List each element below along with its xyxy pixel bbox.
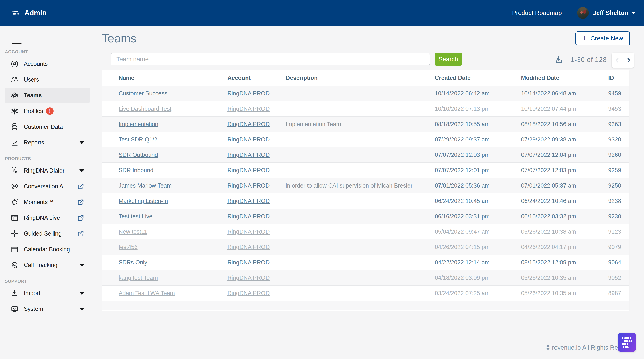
- sidebar-item[interactable]: RingDNA Dialer: [5, 163, 90, 178]
- sidebar: ACCOUNT Accounts Users Teams Profiles ! …: [0, 26, 90, 359]
- created-date: 06/16/2022 03:31 pm: [435, 213, 521, 220]
- search-button[interactable]: Search: [434, 53, 462, 66]
- chat-widget-button[interactable]: [618, 333, 636, 352]
- search-input[interactable]: [111, 53, 430, 66]
- team-name-link[interactable]: Live Dashboard Test: [118, 106, 172, 112]
- account-link[interactable]: RingDNA PROD: [228, 136, 270, 143]
- table-row: SDR Outbound RingDNA PROD 07/07/2022 12:…: [102, 147, 629, 162]
- team-name-link[interactable]: Marketing Listen-In: [118, 198, 168, 204]
- account-link[interactable]: RingDNA PROD: [228, 213, 270, 220]
- calendar-icon: [10, 245, 19, 254]
- sidebar-item[interactable]: Import: [5, 285, 90, 301]
- team-id: 9230: [608, 213, 629, 220]
- team-name-link[interactable]: Test SDR Q1/2: [118, 136, 157, 143]
- modified-date: 04/26/2022 04:17 pm: [521, 244, 608, 250]
- sidebar-item-label: Accounts: [24, 60, 48, 67]
- external-link-icon: [77, 230, 84, 237]
- column-header-id: ID: [608, 74, 629, 81]
- table-row: Marketing Listen-In RingDNA PROD 06/24/2…: [102, 193, 629, 208]
- import-icon: [10, 289, 19, 298]
- modified-date: 10/10/2022 07:44 pm: [521, 106, 608, 112]
- app-logo[interactable]: Admin: [12, 9, 47, 17]
- chevron-down-icon[interactable]: [631, 12, 636, 14]
- sidebar-item[interactable]: Reports: [5, 135, 90, 150]
- chevron-down-icon: [80, 170, 84, 172]
- next-page-button[interactable]: [623, 53, 634, 68]
- sidebar-item[interactable]: RingDNA Live: [5, 210, 90, 226]
- account-link[interactable]: RingDNA PROD: [228, 106, 270, 112]
- table-row: test456 RingDNA PROD 04/26/2022 04:15 pm…: [102, 239, 629, 255]
- sidebar-item[interactable]: Profiles !: [5, 103, 90, 119]
- sidebar-item[interactable]: Conversation AI: [5, 178, 90, 194]
- account-link[interactable]: RingDNA PROD: [228, 244, 270, 250]
- team-name-link[interactable]: test456: [118, 244, 138, 250]
- sidebar-item[interactable]: Teams: [5, 88, 90, 103]
- user-menu[interactable]: Jeff Shelton: [593, 9, 628, 16]
- table-row: New test11 RingDNA PROD 05/04/2022 09:47…: [102, 224, 629, 239]
- column-header-account: Account: [228, 74, 286, 81]
- account-link[interactable]: RingDNA PROD: [228, 274, 270, 281]
- product-roadmap-link[interactable]: Product Roadmap: [512, 9, 562, 16]
- sidebar-item[interactable]: Accounts: [5, 56, 90, 72]
- account-link[interactable]: RingDNA PROD: [228, 290, 270, 296]
- created-date: 07/01/2022 05:36 am: [435, 182, 521, 189]
- table-row: SDRs Only RingDNA PROD 04/22/2022 12:14 …: [102, 255, 629, 270]
- team-name-link[interactable]: SDR Inbound: [118, 167, 154, 174]
- sidebar-item-label: RingDNA Live: [24, 214, 60, 221]
- system-icon: [10, 305, 19, 313]
- call-tracking-icon: [10, 261, 19, 270]
- modified-date: 07/07/2022 12:03 pm: [521, 167, 608, 174]
- account-link[interactable]: RingDNA PROD: [228, 90, 270, 97]
- top-bar: Admin Product Roadmap Jeff Shelton: [0, 0, 644, 26]
- account-link[interactable]: RingDNA PROD: [228, 228, 270, 235]
- created-date: 04/26/2022 04:15 pm: [435, 244, 521, 250]
- created-date: 04/22/2022 12:14 am: [435, 259, 521, 266]
- table-row: Test test Live RingDNA PROD 06/16/2022 0…: [102, 208, 629, 224]
- sidebar-item[interactable]: System: [5, 301, 90, 317]
- create-new-button[interactable]: + Create New: [576, 32, 630, 45]
- sidebar-item-label: Profiles: [24, 108, 43, 114]
- prev-page-button[interactable]: [612, 53, 623, 68]
- column-header-modified: Modified Date: [521, 74, 608, 81]
- created-date: 03/24/2022 07:25 am: [435, 290, 521, 296]
- sidebar-item-label: Conversation AI: [24, 183, 65, 190]
- team-id: 9123: [608, 228, 629, 235]
- download-icon[interactable]: [554, 56, 563, 64]
- sidebar-item[interactable]: Customer Data: [5, 119, 90, 135]
- team-description: Implementation Team: [286, 121, 435, 128]
- team-name-link[interactable]: Test test Live: [118, 213, 152, 220]
- sidebar-item-label: Moments™: [24, 199, 54, 206]
- team-name-link[interactable]: SDRs Only: [118, 259, 147, 266]
- account-link[interactable]: RingDNA PROD: [228, 259, 270, 266]
- menu-toggle-icon[interactable]: [12, 36, 22, 44]
- sidebar-item[interactable]: Call Tracking: [5, 257, 90, 273]
- account-link[interactable]: RingDNA PROD: [228, 121, 270, 128]
- account-link[interactable]: RingDNA PROD: [228, 167, 270, 174]
- sidebar-item[interactable]: Calendar Booking: [5, 242, 90, 257]
- avatar[interactable]: [577, 7, 589, 19]
- modified-date: 07/07/2022 12:04 pm: [521, 152, 608, 158]
- created-date: 10/14/2022 06:42 am: [435, 90, 521, 97]
- sidebar-item[interactable]: Moments™: [5, 194, 90, 210]
- team-id: 9052: [608, 274, 629, 281]
- account-link[interactable]: RingDNA PROD: [228, 198, 270, 204]
- account-link[interactable]: RingDNA PROD: [228, 182, 270, 189]
- sidebar-item-label: Teams: [24, 92, 42, 99]
- chevron-down-icon: [80, 264, 84, 267]
- team-name-link[interactable]: SDR Outbound: [118, 152, 158, 158]
- sidebar-item[interactable]: Users: [5, 72, 90, 88]
- team-name-link[interactable]: Adam Test LWA Team: [118, 290, 175, 296]
- modified-date: 08/18/2022 10:56 am: [521, 121, 608, 128]
- revenue-logo-icon: [12, 10, 22, 16]
- plus-icon: +: [582, 34, 587, 42]
- team-name-link[interactable]: kang test Team: [118, 274, 158, 281]
- team-name-link[interactable]: Implementation: [118, 121, 158, 128]
- team-name-link[interactable]: James Marlow Team: [118, 182, 172, 189]
- modified-date: 05/26/2022 10:35 am: [521, 290, 608, 296]
- divider: [30, 281, 90, 282]
- sidebar-item[interactable]: Guided Selling: [5, 226, 90, 242]
- team-name-link[interactable]: Customer Success: [118, 90, 167, 97]
- team-name-link[interactable]: New test11: [118, 228, 147, 235]
- alert-badge-icon: !: [46, 107, 54, 115]
- account-link[interactable]: RingDNA PROD: [228, 152, 270, 158]
